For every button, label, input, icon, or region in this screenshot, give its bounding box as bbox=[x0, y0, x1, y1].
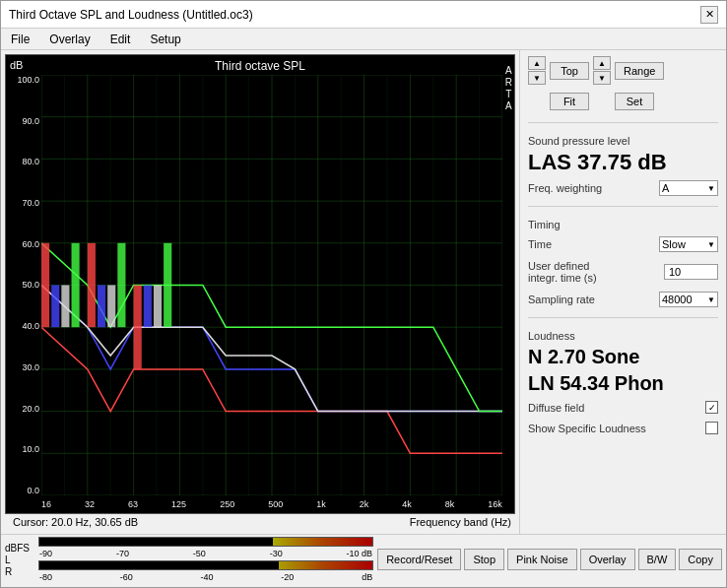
svg-rect-38 bbox=[107, 286, 115, 328]
top-down-button[interactable]: ▼ bbox=[528, 71, 546, 85]
sampling-rate-value: 48000 bbox=[662, 294, 693, 305]
x-label-125: 125 bbox=[171, 499, 186, 509]
close-button[interactable]: ✕ bbox=[700, 6, 718, 24]
user-defined-input[interactable] bbox=[664, 264, 718, 280]
r-ticks: -80 -60 -40 -20 dB bbox=[38, 572, 373, 582]
svg-rect-43 bbox=[164, 243, 171, 327]
copy-button[interactable]: Copy bbox=[679, 549, 722, 570]
menu-file[interactable]: File bbox=[5, 32, 35, 47]
l-tick-1: -90 bbox=[39, 549, 52, 558]
freq-weighting-dropdown[interactable]: A ▼ bbox=[659, 180, 718, 196]
range-btn-group: ▲ ▼ bbox=[593, 56, 611, 85]
loudness-n-value: N 2.70 Sone bbox=[528, 346, 718, 368]
l-tick-4: -30 bbox=[270, 549, 283, 558]
y-label-80: 80.0 bbox=[8, 157, 41, 166]
top-button[interactable]: Top bbox=[550, 62, 589, 80]
pink-noise-button[interactable]: Pink Noise bbox=[507, 549, 577, 570]
menu-bar: File Overlay Edit Setup bbox=[1, 29, 726, 50]
r-tick-4: -20 bbox=[281, 572, 294, 582]
diffuse-field-checkbox[interactable]: ✓ bbox=[705, 401, 718, 414]
r-tick-5: dB bbox=[362, 572, 372, 582]
show-specific-label: Show Specific Loudness bbox=[528, 423, 646, 434]
range-up-button[interactable]: ▲ bbox=[593, 56, 611, 70]
l-tick-2: -70 bbox=[116, 549, 129, 558]
timing-section-label: Timing bbox=[528, 219, 718, 230]
divider-3 bbox=[528, 317, 718, 318]
user-defined-row: User definedintegr. time (s) bbox=[528, 260, 718, 284]
main-window: Third Octave SPL and Loudness (Untitled.… bbox=[0, 0, 727, 588]
svg-rect-42 bbox=[154, 286, 162, 328]
l-meter-bar bbox=[38, 537, 373, 547]
bw-button[interactable]: B/W bbox=[638, 549, 677, 570]
menu-setup[interactable]: Setup bbox=[144, 32, 186, 47]
chart-area: Third octave SPL dB ARTA bbox=[1, 50, 519, 534]
divider-2 bbox=[528, 206, 718, 207]
set-button[interactable]: Set bbox=[615, 93, 654, 110]
sampling-rate-label: Sampling rate bbox=[528, 294, 595, 305]
chart-container: Third octave SPL dB ARTA bbox=[5, 54, 515, 514]
l-meter-empty bbox=[39, 538, 273, 546]
sampling-rate-row: Sampling rate 48000 ▼ bbox=[528, 292, 718, 307]
r-meter-empty bbox=[39, 561, 279, 569]
overlay-button[interactable]: Overlay bbox=[580, 549, 635, 570]
x-label-250: 250 bbox=[220, 499, 234, 509]
svg-rect-32 bbox=[41, 243, 49, 327]
l-meter-row bbox=[38, 537, 373, 547]
cursor-info: Cursor: 20.0 Hz, 30.65 dB bbox=[9, 516, 142, 528]
spl-value: LAS 37.75 dB bbox=[528, 151, 718, 174]
r-tick-1: -80 bbox=[39, 572, 52, 582]
bottom-bar: dBFS L R -90 -70 -50 -30 -10 dB bbox=[1, 534, 726, 587]
show-specific-row: Show Specific Loudness bbox=[528, 422, 718, 434]
svg-rect-33 bbox=[51, 286, 59, 328]
freq-weighting-row: Freq. weighting A ▼ bbox=[528, 180, 718, 196]
l-label: L bbox=[5, 555, 34, 565]
sampling-rate-arrow: ▼ bbox=[707, 295, 715, 304]
range-down-button[interactable]: ▼ bbox=[593, 71, 611, 85]
y-label-20: 20.0 bbox=[8, 404, 41, 414]
time-dropdown[interactable]: Slow ▼ bbox=[659, 236, 718, 252]
y-label-60: 60.0 bbox=[8, 239, 41, 249]
range-button[interactable]: Range bbox=[615, 62, 664, 80]
sampling-rate-dropdown[interactable]: 48000 ▼ bbox=[659, 292, 718, 307]
l-tick-5: -10 dB bbox=[347, 549, 373, 558]
db-label: dB bbox=[10, 59, 23, 71]
record-reset-button[interactable]: Record/Reset bbox=[377, 549, 461, 570]
loudness-ln-value: LN 54.34 Phon bbox=[528, 372, 718, 395]
x-label-8k: 8k bbox=[445, 499, 455, 509]
r-label: R bbox=[5, 566, 34, 577]
fit-button[interactable]: Fit bbox=[550, 93, 589, 110]
x-label-2k: 2k bbox=[360, 499, 369, 509]
meter-bars: -90 -70 -50 -30 -10 dB -80 -60 -40 -20 bbox=[38, 537, 373, 582]
svg-rect-40 bbox=[134, 286, 142, 369]
x-axis: 16 32 63 125 250 500 1k 2k 4k 8k 16k bbox=[41, 495, 502, 513]
menu-overlay[interactable]: Overlay bbox=[43, 32, 96, 47]
arta-label: ARTA bbox=[505, 65, 512, 112]
top-btn-group: ▲ ▼ bbox=[528, 56, 546, 85]
svg-rect-41 bbox=[144, 286, 152, 328]
divider-1 bbox=[528, 122, 718, 123]
chart-svg bbox=[41, 75, 502, 495]
meter-container: dBFS L R -90 -70 -50 -30 -10 dB bbox=[1, 535, 726, 582]
r-meter-row bbox=[38, 560, 373, 570]
show-specific-checkbox[interactable] bbox=[705, 422, 718, 434]
y-axis: 100.0 90.0 80.0 70.0 60.0 50.0 40.0 30.0… bbox=[8, 75, 41, 495]
nav-row: ▲ ▼ Top ▲ ▼ Range bbox=[528, 56, 718, 85]
menu-edit[interactable]: Edit bbox=[104, 32, 137, 47]
r-tick-3: -40 bbox=[201, 572, 214, 582]
freq-weighting-value: A bbox=[662, 182, 669, 194]
svg-rect-36 bbox=[88, 243, 96, 327]
time-label: Time bbox=[528, 238, 552, 250]
stop-button[interactable]: Stop bbox=[464, 549, 504, 570]
top-up-button[interactable]: ▲ bbox=[528, 56, 546, 70]
user-defined-label: User definedintegr. time (s) bbox=[528, 260, 597, 284]
time-arrow: ▼ bbox=[707, 240, 715, 249]
svg-rect-35 bbox=[72, 243, 80, 327]
right-panel: ▲ ▼ Top ▲ ▼ Range Fit Set Sound pressure… bbox=[519, 50, 726, 534]
diffuse-field-label: Diffuse field bbox=[528, 402, 584, 414]
freq-weighting-label: Freq. weighting bbox=[528, 182, 602, 194]
x-label-63: 63 bbox=[128, 499, 138, 509]
diffuse-field-row: Diffuse field ✓ bbox=[528, 401, 718, 414]
y-label-30: 30.0 bbox=[8, 362, 41, 372]
freq-band-label: Frequency band (Hz) bbox=[410, 516, 511, 528]
chart-info-row: Cursor: 20.0 Hz, 30.65 dB Frequency band… bbox=[5, 514, 515, 530]
